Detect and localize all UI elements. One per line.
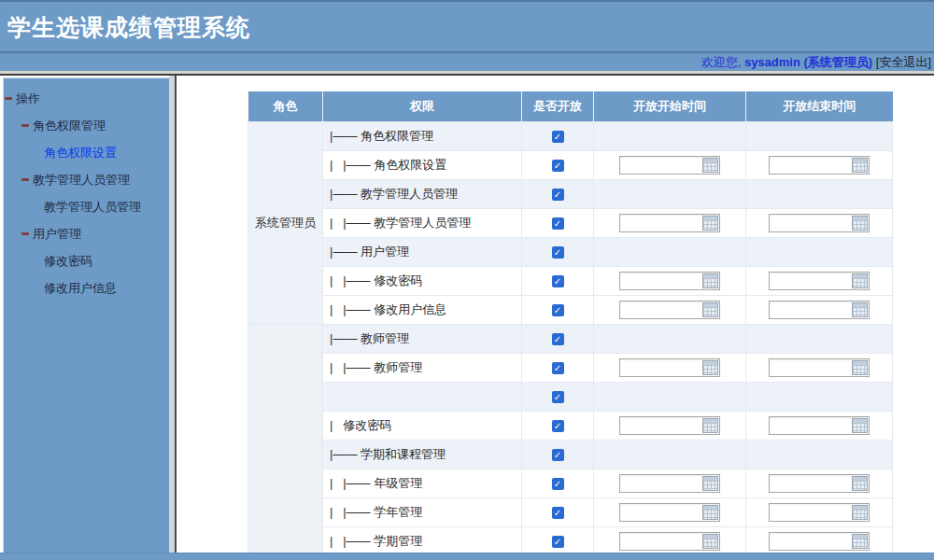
- page-title: 学生选课成绩管理系统: [7, 12, 250, 43]
- date-end-input[interactable]: [769, 272, 870, 290]
- sidebar-item[interactable]: 角色权限设置: [4, 139, 169, 166]
- open-cell: ✓: [522, 411, 594, 440]
- open-checkbox[interactable]: ✓: [552, 420, 564, 432]
- calendar-icon[interactable]: [702, 534, 718, 549]
- open-cell: ✓: [522, 497, 594, 526]
- calendar-icon[interactable]: [852, 476, 868, 491]
- role-cell: 系统管理员: [248, 121, 323, 324]
- permission-cell: | |—— 学年管理: [323, 497, 522, 526]
- date-end-input[interactable]: [769, 503, 870, 522]
- permission-cell: | |—— 教学管理人员管理: [323, 208, 522, 237]
- welcome-text: 欢迎您,: [701, 55, 744, 69]
- calendar-icon[interactable]: [852, 216, 868, 231]
- calendar-icon[interactable]: [852, 302, 868, 317]
- open-checkbox[interactable]: ✓: [552, 246, 564, 259]
- sidebar-item[interactable]: 角色权限管理: [4, 112, 169, 139]
- collapse-minus-icon[interactable]: [5, 97, 12, 100]
- calendar-icon[interactable]: [702, 273, 718, 288]
- date-start-input[interactable]: [619, 272, 720, 290]
- open-cell: ✓: [522, 353, 594, 382]
- sidebar-item-label: 修改用户信息: [44, 281, 117, 295]
- sidebar-item[interactable]: 教学管理人员管理: [4, 166, 169, 193]
- date-end-input[interactable]: [769, 532, 870, 551]
- date-start-cell: [594, 295, 746, 324]
- welcome-bar: 欢迎您, sysadmin (系统管理员) [安全退出]: [701, 54, 931, 71]
- table-row: | |—— 教学管理人员管理✓: [248, 208, 893, 237]
- date-start-input[interactable]: [619, 416, 720, 435]
- date-end-cell: [746, 469, 893, 497]
- calendar-icon[interactable]: [852, 534, 868, 549]
- date-start-cell: [594, 150, 746, 179]
- date-start-cell: [594, 440, 746, 469]
- open-cell: ✓: [522, 179, 594, 208]
- calendar-icon[interactable]: [702, 302, 718, 317]
- open-checkbox[interactable]: ✓: [552, 478, 564, 490]
- date-start-cell: [594, 526, 746, 553]
- calendar-icon[interactable]: [852, 505, 868, 520]
- sidebar-item[interactable]: 操作: [4, 85, 169, 112]
- open-checkbox[interactable]: ✓: [552, 275, 564, 287]
- collapse-minus-icon[interactable]: [21, 232, 29, 235]
- date-start-input[interactable]: [619, 156, 720, 175]
- date-end-input[interactable]: [769, 358, 870, 377]
- collapse-minus-icon[interactable]: [21, 178, 29, 181]
- open-cell: ✓: [522, 526, 594, 553]
- calendar-icon[interactable]: [702, 418, 718, 433]
- column-header: 是否开放: [522, 91, 594, 121]
- date-start-cell: [594, 121, 746, 150]
- calendar-icon[interactable]: [852, 418, 868, 433]
- open-checkbox[interactable]: ✓: [552, 131, 564, 143]
- permission-cell: | |—— 学期管理: [323, 526, 522, 553]
- permission-cell: |—— 学期和课程管理: [323, 440, 522, 469]
- calendar-icon[interactable]: [702, 505, 718, 520]
- table-row: 系统管理员|—— 角色权限管理✓: [248, 121, 893, 150]
- date-start-input[interactable]: [619, 474, 720, 493]
- calendar-icon[interactable]: [852, 158, 868, 173]
- date-start-input[interactable]: [619, 358, 720, 377]
- open-checkbox[interactable]: ✓: [552, 507, 564, 519]
- date-end-input[interactable]: [769, 301, 870, 319]
- permission-cell: |—— 用户管理: [323, 237, 522, 266]
- open-checkbox[interactable]: ✓: [552, 536, 564, 548]
- calendar-icon[interactable]: [702, 476, 718, 491]
- date-end-input[interactable]: [769, 156, 870, 175]
- date-end-input[interactable]: [769, 416, 870, 435]
- logout-link[interactable]: [安全退出]: [872, 55, 931, 69]
- open-checkbox[interactable]: ✓: [552, 449, 564, 461]
- sidebar-item[interactable]: 教学管理人员管理: [4, 193, 169, 220]
- column-header: 权限: [323, 91, 522, 121]
- header-divider: [0, 51, 934, 53]
- open-checkbox[interactable]: ✓: [552, 160, 564, 172]
- date-end-cell: [746, 324, 893, 353]
- open-checkbox[interactable]: ✓: [552, 189, 564, 201]
- sidebar-item[interactable]: 修改用户信息: [4, 274, 169, 301]
- date-end-cell: [746, 150, 893, 179]
- calendar-icon[interactable]: [702, 158, 718, 173]
- open-checkbox[interactable]: ✓: [552, 362, 564, 374]
- date-start-input[interactable]: [619, 301, 720, 319]
- permission-cell: [323, 382, 522, 411]
- open-checkbox[interactable]: ✓: [552, 217, 564, 230]
- calendar-icon[interactable]: [702, 360, 718, 375]
- date-start-cell: [594, 237, 746, 266]
- calendar-icon[interactable]: [852, 360, 868, 375]
- date-end-input[interactable]: [769, 474, 870, 493]
- collapse-minus-icon[interactable]: [21, 124, 29, 127]
- open-cell: ✓: [522, 382, 594, 411]
- open-checkbox[interactable]: ✓: [552, 391, 564, 403]
- open-cell: ✓: [522, 324, 594, 353]
- open-checkbox[interactable]: ✓: [552, 304, 564, 316]
- date-start-input[interactable]: [619, 503, 720, 522]
- date-end-cell: [746, 121, 893, 150]
- date-end-input[interactable]: [769, 214, 870, 232]
- table-row: | |—— 学期管理✓: [248, 526, 893, 553]
- date-start-input[interactable]: [619, 532, 720, 551]
- calendar-icon[interactable]: [702, 216, 718, 231]
- date-start-cell: [594, 469, 746, 497]
- calendar-icon[interactable]: [852, 273, 868, 288]
- date-start-input[interactable]: [619, 214, 720, 232]
- sidebar-item[interactable]: 修改密码: [4, 247, 169, 274]
- sidebar-item[interactable]: 用户管理: [4, 220, 169, 247]
- permissions-table: 角色权限是否开放开放开始时间开放结束时间 系统管理员|—— 角色权限管理✓| |…: [248, 91, 893, 553]
- open-checkbox[interactable]: ✓: [552, 333, 564, 345]
